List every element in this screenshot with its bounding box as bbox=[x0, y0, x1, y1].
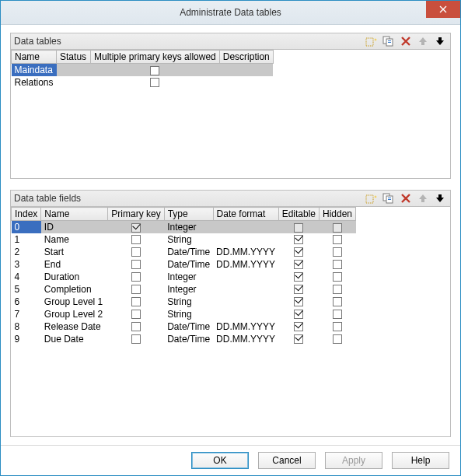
copy-icon bbox=[382, 36, 395, 47]
pk-checkbox[interactable] bbox=[131, 334, 141, 344]
cell-editable bbox=[278, 333, 319, 345]
table-row[interactable]: Maindata bbox=[12, 64, 274, 76]
col-type[interactable]: Type bbox=[164, 208, 213, 221]
delete-button[interactable] bbox=[399, 192, 413, 205]
dialog-body: Data tables Name Status Multiple primary… bbox=[1, 25, 460, 445]
col-pk[interactable]: Primary key bbox=[108, 208, 164, 221]
pk-checkbox[interactable] bbox=[131, 260, 141, 269]
cell-name: Start bbox=[41, 246, 108, 258]
editable-checkbox[interactable] bbox=[294, 260, 303, 269]
cell-editable bbox=[278, 308, 319, 320]
move-up-button bbox=[416, 192, 430, 205]
table-row[interactable]: 7Group Level 2String bbox=[12, 308, 356, 320]
hidden-checkbox[interactable] bbox=[333, 310, 342, 319]
table-row[interactable]: 6Group Level 1String bbox=[12, 296, 356, 308]
delete-button[interactable] bbox=[399, 35, 413, 47]
cell-index: 8 bbox=[12, 320, 41, 333]
col-multipk[interactable]: Multiple primary keys allowed bbox=[91, 51, 220, 64]
hidden-checkbox[interactable] bbox=[333, 334, 342, 344]
hidden-checkbox[interactable] bbox=[333, 322, 342, 331]
table-row[interactable]: 8Release DateDate/TimeDD.MM.YYYY bbox=[12, 320, 356, 333]
multipk-checkbox[interactable] bbox=[150, 66, 159, 75]
cancel-button[interactable]: Cancel bbox=[258, 452, 316, 469]
fields-panel-header: Data table fields bbox=[11, 191, 450, 207]
cell-datefmt bbox=[213, 283, 278, 296]
hidden-checkbox[interactable] bbox=[333, 235, 342, 244]
cell-index: 6 bbox=[12, 296, 41, 308]
pk-checkbox[interactable] bbox=[131, 247, 141, 257]
editable-checkbox[interactable] bbox=[294, 297, 303, 306]
cell-type: Integer bbox=[164, 271, 213, 283]
col-editable[interactable]: Editable bbox=[278, 208, 319, 221]
hidden-checkbox[interactable] bbox=[333, 285, 342, 294]
table-row[interactable]: 9Due DateDate/TimeDD.MM.YYYY bbox=[12, 333, 356, 345]
editable-checkbox[interactable] bbox=[294, 285, 303, 294]
editable-checkbox bbox=[294, 223, 303, 233]
move-down-button[interactable] bbox=[433, 192, 447, 205]
table-row[interactable]: 1NameString bbox=[12, 233, 356, 246]
editable-checkbox[interactable] bbox=[294, 322, 303, 331]
editable-checkbox[interactable] bbox=[294, 247, 303, 257]
fields-grid-wrap[interactable]: Index Name Primary key Type Date format … bbox=[11, 207, 450, 436]
cell-index: 4 bbox=[12, 271, 41, 283]
tables-grid: Name Status Multiple primary keys allowe… bbox=[11, 50, 274, 89]
hidden-checkbox[interactable] bbox=[333, 247, 342, 257]
pk-checkbox[interactable] bbox=[131, 297, 141, 306]
editable-checkbox[interactable] bbox=[294, 235, 303, 244]
editable-checkbox[interactable] bbox=[294, 310, 303, 319]
close-button[interactable] bbox=[426, 1, 460, 18]
pk-checkbox[interactable] bbox=[131, 272, 141, 282]
col-datefmt[interactable]: Date format bbox=[213, 208, 278, 221]
cell-type: Date/Time bbox=[164, 246, 213, 258]
col-description[interactable]: Description bbox=[219, 51, 273, 64]
pk-checkbox[interactable] bbox=[131, 285, 141, 294]
editable-checkbox[interactable] bbox=[294, 272, 303, 282]
col-name[interactable]: Name bbox=[12, 51, 57, 64]
table-row[interactable]: 2StartDate/TimeDD.MM.YYYY bbox=[12, 246, 356, 258]
pk-checkbox[interactable] bbox=[131, 310, 141, 319]
hidden-checkbox[interactable] bbox=[333, 297, 342, 306]
pk-checkbox[interactable] bbox=[131, 235, 141, 244]
new-icon bbox=[365, 193, 378, 204]
ok-button[interactable]: OK bbox=[191, 452, 249, 469]
tables-grid-wrap[interactable]: Name Status Multiple primary keys allowe… bbox=[11, 50, 450, 178]
multipk-checkbox[interactable] bbox=[150, 78, 159, 87]
cell-type: String bbox=[164, 233, 213, 246]
apply-button[interactable]: Apply bbox=[325, 452, 382, 469]
cell-editable bbox=[278, 258, 319, 271]
table-row[interactable]: 0IDInteger bbox=[12, 221, 356, 233]
editable-checkbox[interactable] bbox=[294, 334, 303, 344]
table-row[interactable]: 4DurationInteger bbox=[12, 271, 356, 283]
cell-editable bbox=[278, 320, 319, 333]
table-row[interactable]: 5CompletionInteger bbox=[12, 283, 356, 296]
cell-name: Relations bbox=[12, 76, 57, 89]
fields-panel-title: Data table fields bbox=[14, 193, 361, 204]
cell-name: Duration bbox=[41, 271, 108, 283]
cell-pk bbox=[108, 258, 164, 271]
cell-index: 0 bbox=[12, 221, 41, 233]
new-icon bbox=[365, 36, 378, 47]
pk-checkbox[interactable] bbox=[131, 322, 141, 331]
svg-rect-3 bbox=[388, 40, 391, 41]
copy-button[interactable] bbox=[382, 35, 396, 47]
col-hidden[interactable]: Hidden bbox=[320, 208, 356, 221]
move-down-button[interactable] bbox=[433, 35, 447, 47]
hidden-checkbox[interactable] bbox=[333, 272, 342, 282]
cell-index: 9 bbox=[12, 333, 41, 345]
col-index[interactable]: Index bbox=[12, 208, 41, 221]
table-row[interactable]: 3EndDate/TimeDD.MM.YYYY bbox=[12, 258, 356, 271]
cell-pk bbox=[108, 233, 164, 246]
cell-hidden bbox=[320, 221, 356, 233]
help-button[interactable]: Help bbox=[392, 452, 449, 469]
new-button[interactable] bbox=[365, 35, 379, 47]
cell-type: Integer bbox=[164, 283, 213, 296]
hidden-checkbox[interactable] bbox=[333, 260, 342, 269]
cell-index: 3 bbox=[12, 258, 41, 271]
col-name[interactable]: Name bbox=[41, 208, 108, 221]
window-title: Administrate Data tables bbox=[180, 7, 281, 18]
col-status[interactable]: Status bbox=[57, 51, 91, 64]
table-row[interactable]: Relations bbox=[12, 76, 274, 89]
cell-datefmt bbox=[213, 221, 278, 233]
copy-button[interactable] bbox=[382, 192, 396, 205]
new-button[interactable] bbox=[365, 192, 379, 205]
